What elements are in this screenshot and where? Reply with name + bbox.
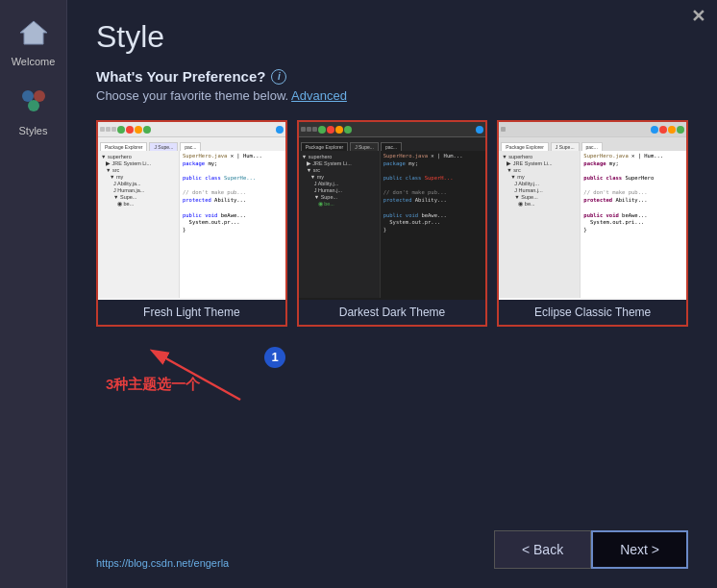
theme-preview-dark: Package Explorer J Supe... pac... ▼ supe… xyxy=(299,122,486,300)
preference-heading: What's Your Preference? i xyxy=(96,68,688,85)
next-button[interactable]: Next > xyxy=(591,530,688,569)
sidebar-welcome-label: Welcome xyxy=(12,56,56,67)
svg-marker-0 xyxy=(20,21,47,44)
badge-1: 1 xyxy=(264,347,285,368)
back-button[interactable]: < Back xyxy=(494,530,591,569)
content-area: ✕ Style What's Your Preference? i Choose… xyxy=(67,0,717,588)
theme-card-light[interactable]: Package Explorer J Supe... pac... ▼ supe… xyxy=(96,120,287,327)
sidebar: Welcome Styles xyxy=(0,0,67,588)
main-container: Welcome Styles ✕ Style What's Your Prefe… xyxy=(0,0,717,588)
url-text: https://blog.csdn.net/engerla xyxy=(96,557,229,569)
home-icon xyxy=(18,19,49,52)
nav-buttons: < Back Next > xyxy=(494,530,688,569)
theme-preview-eclipse: Package Explorer J Supe... pac... ▼ supe… xyxy=(499,122,686,300)
theme-label-eclipse: Eclipse Classic Theme xyxy=(499,300,686,325)
svg-point-2 xyxy=(34,90,45,102)
advanced-link[interactable]: Advanced xyxy=(291,88,347,103)
sidebar-item-welcome[interactable]: Welcome xyxy=(0,10,66,77)
svg-point-3 xyxy=(28,100,39,111)
info-icon[interactable]: i xyxy=(271,69,286,85)
annotation-area: 1 3种主题选一个 xyxy=(96,342,688,419)
annotation-text: 3种主题选一个 xyxy=(106,376,200,394)
theme-card-eclipse[interactable]: Package Explorer J Supe... pac... ▼ supe… xyxy=(497,120,688,327)
svg-point-1 xyxy=(22,90,34,102)
page-title: Style xyxy=(96,19,688,55)
bottom-bar: https://blog.csdn.net/engerla < Back Nex… xyxy=(96,521,688,569)
close-button[interactable]: ✕ xyxy=(691,8,705,25)
sidebar-styles-label: Styles xyxy=(19,125,48,136)
theme-label-light: Fresh Light Theme xyxy=(98,300,285,325)
theme-card-dark[interactable]: Package Explorer J Supe... pac... ▼ supe… xyxy=(297,120,488,327)
themes-row: Package Explorer J Supe... pac... ▼ supe… xyxy=(96,120,688,327)
theme-label-dark: Darkest Dark Theme xyxy=(299,300,486,325)
preference-subtext: Choose your favorite theme below. Advanc… xyxy=(96,88,688,103)
styles-icon xyxy=(18,86,49,121)
sidebar-item-styles[interactable]: Styles xyxy=(0,77,66,146)
theme-preview-light: Package Explorer J Supe... pac... ▼ supe… xyxy=(98,122,285,300)
